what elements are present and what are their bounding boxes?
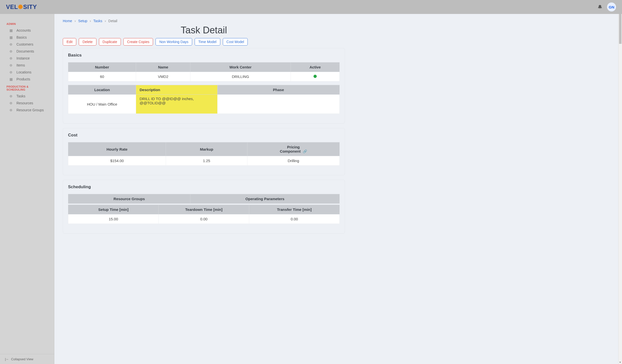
breadcrumb-setup[interactable]: Setup	[78, 19, 87, 23]
content: Home › Setup › Tasks › Detail Task Detai…	[54, 14, 622, 364]
sidebar-item-basics[interactable]: ▦Basics	[0, 34, 54, 41]
cell-setup-time: 15.00	[68, 214, 159, 224]
sidebar-item-label: Products	[16, 77, 30, 81]
sidebar-section-production: PRODUCTION & SCHEDULING	[0, 83, 54, 93]
table-row: HOU / Main OfficeDRILL ID TO @@ID@@ inch…	[68, 95, 340, 114]
chevron-right-icon: ›	[105, 19, 106, 23]
sidebar: ADMIN ▦Accounts ▦Basics ⊚Customers ⊚Docu…	[0, 14, 54, 364]
col-setup-time: Setup Time [min]	[68, 205, 159, 214]
sidebar-item-label: Resources	[16, 101, 33, 105]
scheduling-table-1: Resource Groups Operating Parameters	[68, 194, 340, 204]
edit-button[interactable]: Edit	[63, 38, 76, 46]
target-icon: ⊚	[9, 101, 13, 105]
sidebar-item-instance[interactable]: ⊚Instance	[0, 55, 54, 62]
topbar: VEL✺SITY 🔔︎ GN	[0, 0, 622, 14]
cell-work-center: DRILLING	[190, 72, 291, 81]
delete-button[interactable]: Delete	[79, 38, 96, 46]
sidebar-item-label: Items	[16, 63, 25, 67]
target-icon: ⊚	[9, 94, 13, 98]
sidebar-item-resource-groups[interactable]: ⊚Resource Groups	[0, 107, 54, 114]
sidebar-item-customers[interactable]: ⊚Customers	[0, 41, 54, 48]
breadcrumb-home[interactable]: Home	[63, 19, 72, 23]
sidebar-item-tasks[interactable]: ⊚Tasks	[0, 93, 54, 100]
sidebar-item-label: Resource Groups	[16, 108, 44, 112]
building-icon: ▦	[9, 77, 13, 81]
cost-table: Hourly Rate Markup Pricing Component 🔗 $…	[68, 142, 340, 166]
sidebar-section-admin: ADMIN	[0, 20, 54, 27]
basics-card: Basics Number Name Work Center Active 60…	[63, 48, 345, 123]
scheduling-table-2: Setup Time [min] Teardown Time [min] Tra…	[68, 205, 340, 224]
target-icon: ⊚	[9, 42, 13, 46]
col-number: Number	[68, 62, 136, 72]
non-working-days-button[interactable]: Non Working Days	[156, 38, 192, 46]
scrollbar-thumb[interactable]	[619, 14, 622, 44]
cell-markup: 1.25	[166, 156, 247, 166]
cell-phase	[217, 95, 339, 114]
chevron-right-icon: ›	[75, 19, 76, 23]
pricing-component-label: Pricing Component	[280, 145, 301, 153]
basics-table-2: LocationDescriptionPhaseHOU / Main Offic…	[68, 85, 340, 114]
breadcrumb: Home › Setup › Tasks › Detail	[63, 19, 345, 23]
sidebar-item-label: Instance	[16, 56, 30, 60]
chevron-right-icon: ›	[90, 19, 91, 23]
notifications-icon[interactable]: 🔔︎	[598, 4, 603, 10]
logo-text-pre: VEL	[6, 3, 18, 10]
breadcrumb-detail: Detail	[108, 19, 117, 23]
scroll-down-icon[interactable]: ▾	[618, 360, 622, 364]
col-active: Active	[291, 62, 339, 72]
sidebar-item-label: Documents	[16, 49, 34, 53]
page-title: Task Detail	[63, 25, 345, 36]
basics-heading: Basics	[68, 53, 340, 58]
col-location: Location	[68, 85, 136, 95]
scrollbar[interactable]: ▴ ▾	[618, 14, 622, 364]
logo: VEL✺SITY	[6, 3, 37, 10]
collapse-sidebar-button[interactable]: |← Collapsed View	[0, 354, 54, 364]
sidebar-item-label: Basics	[16, 35, 27, 39]
active-indicator-icon	[313, 75, 317, 78]
building-icon: ▦	[9, 28, 13, 32]
avatar[interactable]: GN	[607, 2, 616, 11]
logo-text-post: SITY	[23, 3, 37, 10]
sidebar-item-products[interactable]: ▦Products	[0, 76, 54, 83]
cell-hourly-rate: $154.00	[68, 156, 166, 166]
cell-location: HOU / Main Office	[68, 95, 136, 114]
duplicate-button[interactable]: Duplicate	[99, 38, 121, 46]
scheduling-card: Scheduling Resource Groups Operating Par…	[63, 180, 345, 234]
cell-number: 60	[68, 72, 136, 81]
col-operating-parameters: Operating Parameters	[190, 194, 340, 204]
sidebar-item-label: Customers	[16, 42, 33, 46]
time-model-button[interactable]: Time Model	[195, 38, 220, 46]
avatar-initials: GN	[609, 5, 615, 9]
scheduling-heading: Scheduling	[68, 184, 340, 189]
sidebar-item-label: Accounts	[16, 28, 31, 32]
col-phase: Phase	[217, 85, 339, 95]
target-icon: ⊚	[9, 56, 13, 60]
table-row: 15.00 0.00 0.00	[68, 214, 340, 224]
cost-model-button[interactable]: Cost Model	[223, 38, 248, 46]
cell-active	[291, 72, 339, 81]
sidebar-item-locations[interactable]: ⊚Locations	[0, 69, 54, 76]
cell-transfer-time: 0.00	[249, 214, 340, 224]
create-copies-button[interactable]: Create Copies	[123, 38, 153, 46]
breadcrumb-tasks[interactable]: Tasks	[93, 19, 102, 23]
collapse-label: Collapsed View	[11, 357, 33, 361]
cost-heading: Cost	[68, 133, 340, 138]
table-row: 60 VMD2 DRILLING	[68, 72, 340, 81]
col-transfer-time: Transfer Time [min]	[249, 205, 340, 214]
target-icon: ⊚	[9, 70, 13, 74]
sidebar-item-documents[interactable]: ⊚Documents	[0, 48, 54, 55]
target-icon: ⊚	[9, 63, 13, 67]
logo-accent-icon: ✺	[18, 3, 23, 10]
cell-description: DRILL ID TO @@ID@@ inches, @@TOLID@@	[136, 95, 218, 114]
link-icon[interactable]: 🔗	[303, 149, 307, 153]
sidebar-item-accounts[interactable]: ▦Accounts	[0, 27, 54, 34]
col-pricing-component: Pricing Component 🔗	[247, 142, 339, 156]
col-name: Name	[136, 62, 190, 72]
sidebar-item-resources[interactable]: ⊚Resources	[0, 100, 54, 107]
sidebar-item-label: Locations	[16, 70, 31, 74]
cost-card: Cost Hourly Rate Markup Pricing Componen…	[63, 128, 345, 175]
sidebar-item-label: Tasks	[16, 94, 25, 98]
cell-name: VMD2	[136, 72, 190, 81]
sidebar-item-items[interactable]: ⊚Items	[0, 62, 54, 69]
col-work-center: Work Center	[190, 62, 291, 72]
